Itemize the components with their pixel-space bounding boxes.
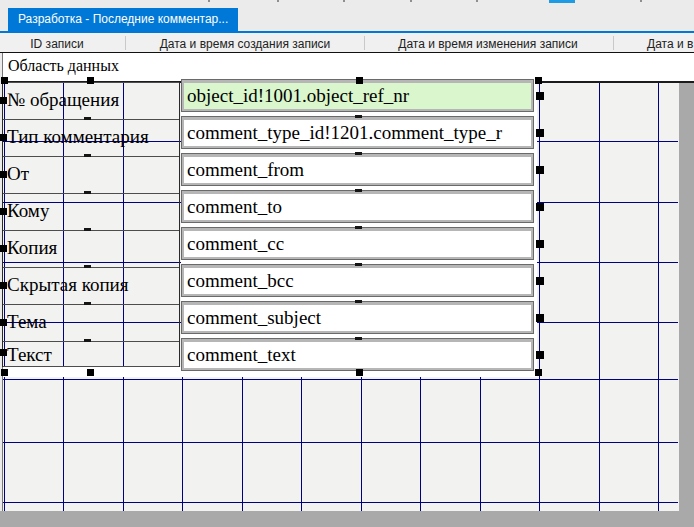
ruler-tick bbox=[343, 0, 345, 2]
selection-handle-dash bbox=[84, 154, 91, 157]
selection-handle[interactable] bbox=[536, 240, 544, 248]
selection-handle-dash bbox=[84, 191, 91, 194]
label-cell[interactable]: Кому bbox=[3, 193, 179, 230]
selection-handle-dash bbox=[84, 228, 91, 231]
column-header-record-id[interactable]: ID записи bbox=[30, 36, 83, 52]
field-cell-comment-text[interactable]: comment_text bbox=[182, 339, 533, 370]
selection-handle[interactable] bbox=[535, 77, 542, 84]
outside-page-right bbox=[679, 83, 694, 511]
selection-handle[interactable] bbox=[0, 349, 7, 356]
selection-handle-dash bbox=[355, 152, 362, 155]
designer-screen: Разработка - Последние комментар... ID з… bbox=[0, 0, 694, 527]
field-cell-comment-type[interactable]: comment_type_id!1201.comment_type_r bbox=[182, 117, 533, 148]
selection-handle[interactable] bbox=[0, 319, 7, 326]
column-separator bbox=[364, 36, 365, 50]
selection-handle[interactable] bbox=[536, 166, 544, 174]
selection-handle-dash bbox=[355, 337, 362, 340]
selection-handle[interactable] bbox=[0, 245, 7, 252]
column-header-clipped[interactable]: Дата и в bbox=[647, 36, 693, 52]
selection-handle[interactable] bbox=[356, 369, 363, 376]
selection-handle[interactable] bbox=[0, 208, 7, 215]
column-separator bbox=[125, 36, 126, 50]
selection-handle-dash bbox=[84, 265, 91, 268]
selection-handle[interactable] bbox=[0, 171, 7, 178]
ruler-tick bbox=[277, 0, 279, 2]
field-cell-comment-bcc[interactable]: comment_bcc bbox=[182, 265, 533, 296]
ruler-tick bbox=[208, 0, 210, 2]
selection-handle[interactable] bbox=[87, 77, 94, 84]
selection-handle[interactable] bbox=[536, 314, 544, 322]
field-cell-object-ref[interactable]: object_id!1001.object_ref_nr bbox=[182, 80, 533, 111]
selection-handle[interactable] bbox=[536, 351, 544, 359]
ruler-tick bbox=[476, 0, 478, 2]
label-cell[interactable]: № обращения bbox=[3, 82, 179, 119]
column-header-bar: ID записи Дата и время создания записи Д… bbox=[0, 33, 694, 52]
selection-handle-dash bbox=[355, 115, 362, 118]
selection-handle[interactable] bbox=[0, 97, 7, 104]
ruler-tick bbox=[640, 0, 642, 2]
outside-page-bottom bbox=[0, 511, 694, 527]
column-header-modified-at[interactable]: Дата и время изменения записи bbox=[398, 36, 577, 52]
label-cell[interactable]: Тип комментария bbox=[3, 119, 179, 156]
selection-handle[interactable] bbox=[0, 134, 7, 141]
document-tab[interactable]: Разработка - Последние комментар... bbox=[8, 8, 238, 31]
selection-handle-dash bbox=[84, 117, 91, 120]
selection-handle-dash bbox=[84, 302, 91, 305]
selection-handle[interactable] bbox=[1, 369, 8, 376]
ruler-tick bbox=[410, 0, 412, 2]
column-header-created-at[interactable]: Дата и время создания записи bbox=[160, 36, 331, 52]
field-cell-comment-cc[interactable]: comment_cc bbox=[182, 228, 533, 259]
selection-handle[interactable] bbox=[536, 92, 544, 100]
selection-handle[interactable] bbox=[1, 77, 8, 84]
selection-handle-dash bbox=[355, 263, 362, 266]
field-cell-comment-subject[interactable]: comment_subject bbox=[182, 302, 533, 333]
selection-handle-dash bbox=[355, 189, 362, 192]
selection-handle-dash bbox=[355, 300, 362, 303]
field-cell-comment-to[interactable]: comment_to bbox=[182, 191, 533, 222]
label-cell[interactable]: От bbox=[3, 156, 179, 193]
selection-handle[interactable] bbox=[535, 369, 542, 376]
selection-handle[interactable] bbox=[536, 129, 544, 137]
selection-handle[interactable] bbox=[536, 203, 544, 211]
selection-handle[interactable] bbox=[87, 369, 94, 376]
label-cell[interactable]: Копия bbox=[3, 230, 179, 267]
field-cell-comment-from[interactable]: comment_from bbox=[182, 154, 533, 185]
selection-handle[interactable] bbox=[356, 77, 363, 84]
data-band-title: Область данных bbox=[8, 57, 119, 75]
column-separator bbox=[613, 36, 614, 50]
accent-marker bbox=[549, 0, 575, 3]
label-cell[interactable]: Скрытая копия bbox=[3, 267, 179, 304]
selection-handle-dash bbox=[355, 226, 362, 229]
label-cell[interactable]: Тема bbox=[3, 304, 179, 341]
selection-handle[interactable] bbox=[536, 277, 544, 285]
label-column: № обращения Тип комментария От Кому Копи… bbox=[2, 82, 180, 367]
label-cell[interactable]: Текст bbox=[3, 341, 179, 367]
selection-handle-dash bbox=[84, 339, 91, 342]
selection-handle[interactable] bbox=[0, 282, 7, 289]
